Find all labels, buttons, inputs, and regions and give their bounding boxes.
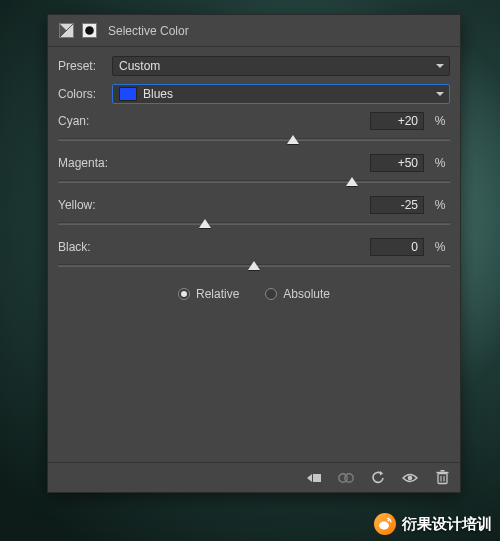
preset-label: Preset: [58,59,106,73]
panel-body: Preset: Custom Colors: Blues Cyan:+20%Ma… [48,47,460,462]
panel-header: Selective Color [48,15,460,47]
mask-icon [81,23,97,39]
svg-rect-9 [440,470,444,472]
radio-dot-icon [178,288,190,300]
panel-title: Selective Color [108,24,189,38]
slider-thumb[interactable] [248,261,260,270]
percent-label: % [430,114,450,128]
slider-magenta: Magenta:+50% [58,153,450,189]
visibility-icon[interactable] [402,470,418,486]
selective-color-panel: Selective Color Preset: Custom Colors: B… [47,14,461,493]
view-previous-icon[interactable] [338,470,354,486]
preset-value: Custom [119,59,160,73]
percent-label: % [430,156,450,170]
svg-point-2 [85,26,94,35]
weibo-icon [374,513,396,535]
slider-label: Cyan: [58,114,370,128]
slider-value-input[interactable]: 0 [370,238,424,256]
svg-point-5 [345,473,353,481]
slider-track[interactable] [58,259,450,273]
slider-value-input[interactable]: +20 [370,112,424,130]
slider-black: Black:0% [58,237,450,273]
adjustment-layer-icon [58,23,74,39]
slider-label: Black: [58,240,370,254]
colors-dropdown[interactable]: Blues [112,84,450,104]
chevron-down-icon [436,92,444,96]
colors-row: Colors: Blues [58,83,450,105]
percent-label: % [430,198,450,212]
slider-value-input[interactable]: +50 [370,154,424,172]
colors-label: Colors: [58,87,106,101]
radio-absolute-label: Absolute [283,287,330,301]
preset-dropdown[interactable]: Custom [112,56,450,76]
radio-relative[interactable]: Relative [178,287,239,301]
slider-thumb[interactable] [346,177,358,186]
slider-value-input[interactable]: -25 [370,196,424,214]
svg-rect-7 [438,474,447,484]
slider-track[interactable] [58,175,450,189]
chevron-down-icon [436,64,444,68]
slider-thumb[interactable] [199,219,211,228]
svg-rect-3 [313,474,321,482]
slider-label: Yellow: [58,198,370,212]
slider-track[interactable] [58,133,450,147]
slider-cyan: Cyan:+20% [58,111,450,147]
mode-radios: Relative Absolute [58,287,450,301]
slider-yellow: Yellow:-25% [58,195,450,231]
svg-rect-8 [436,472,448,474]
trash-icon[interactable] [434,470,450,486]
svg-point-12 [379,522,389,530]
color-swatch [119,87,137,101]
radio-relative-label: Relative [196,287,239,301]
reset-icon[interactable] [370,470,386,486]
watermark: 衍果设计培训 [374,513,492,535]
slider-thumb[interactable] [287,135,299,144]
panel-footer [48,462,460,492]
radio-absolute[interactable]: Absolute [265,287,330,301]
watermark-text: 衍果设计培训 [402,515,492,534]
svg-point-6 [408,475,413,480]
radio-dot-icon [265,288,277,300]
slider-label: Magenta: [58,156,370,170]
preset-row: Preset: Custom [58,55,450,77]
colors-value: Blues [143,87,173,101]
slider-track[interactable] [58,217,450,231]
clip-to-layer-icon[interactable] [306,470,322,486]
percent-label: % [430,240,450,254]
